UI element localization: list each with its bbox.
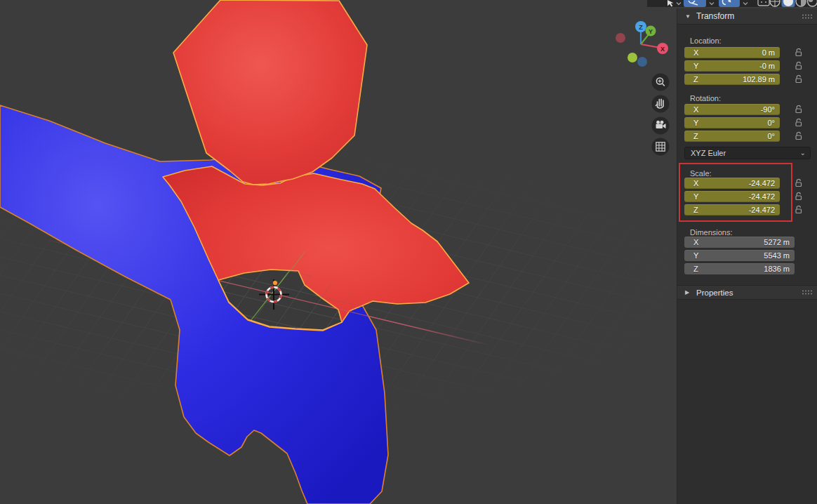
rotation-z-field[interactable]: Z 0° bbox=[684, 131, 780, 142]
chevron-down-icon: ⌄ bbox=[800, 152, 806, 154]
scale-x-lock-icon[interactable] bbox=[794, 178, 804, 188]
viewport-header-toolbar bbox=[647, 0, 817, 7]
disclosure-closed-icon[interactable]: ▶ bbox=[685, 289, 692, 296]
zoom-button[interactable] bbox=[652, 74, 670, 91]
scale-x-field[interactable]: X -24.472 bbox=[684, 178, 780, 189]
pan-hand-button[interactable] bbox=[652, 95, 670, 113]
dimensions-x-field[interactable]: X 5272 m bbox=[684, 237, 795, 248]
rotation-label: Rotation: bbox=[690, 94, 721, 102]
dimensions-label: Dimensions: bbox=[690, 228, 733, 237]
scale-y-field[interactable]: Y -24.472 bbox=[684, 191, 780, 202]
object-origin-dot[interactable] bbox=[272, 280, 277, 285]
location-z-field[interactable]: Z 102.89 m bbox=[684, 74, 780, 85]
panel-title: Transform bbox=[696, 11, 734, 21]
camera-view-button[interactable] bbox=[652, 117, 670, 135]
rotation-x-lock-icon[interactable] bbox=[794, 105, 804, 114]
scale-label: Scale: bbox=[690, 169, 712, 178]
transform-sidebar-panel: ▼ Transform Location: X 0 m Y -0 m Z 102… bbox=[677, 8, 817, 504]
gizmo-x-label: X bbox=[660, 46, 665, 53]
dimensions-z-field[interactable]: Z 1836 m bbox=[684, 263, 795, 274]
location-y-field[interactable]: Y -0 m bbox=[684, 60, 780, 72]
gizmo-axis-neg-x[interactable] bbox=[616, 33, 625, 43]
scale-z-lock-icon[interactable] bbox=[794, 205, 804, 215]
rotation-z-lock-icon[interactable] bbox=[794, 131, 804, 141]
properties-title: Properties bbox=[696, 289, 733, 297]
rotation-x-field[interactable]: X -90° bbox=[684, 104, 780, 115]
gizmo-axis-neg-y[interactable] bbox=[627, 53, 637, 62]
gizmo-y-label: Y bbox=[649, 28, 653, 35]
blender-window: Z Y X bbox=[0, 0, 817, 504]
rotation-y-field[interactable]: Y 0° bbox=[684, 117, 780, 128]
properties-panel-header[interactable]: ▶ Properties bbox=[677, 285, 817, 300]
dimensions-y-field[interactable]: Y 5543 m bbox=[684, 250, 795, 261]
location-x-field[interactable]: X 0 m bbox=[684, 47, 780, 58]
location-label: Location: bbox=[690, 37, 722, 45]
scale-y-lock-icon[interactable] bbox=[794, 192, 804, 201]
toggle-grid-button[interactable] bbox=[652, 138, 670, 156]
gizmo-axis-neg-z[interactable] bbox=[637, 57, 647, 67]
panel-grip-icon[interactable] bbox=[802, 13, 812, 20]
location-x-lock-icon[interactable] bbox=[794, 48, 804, 58]
location-z-lock-icon[interactable] bbox=[794, 74, 804, 84]
gizmo-z-label: Z bbox=[639, 24, 643, 31]
disclosure-open-icon[interactable]: ▼ bbox=[685, 13, 692, 20]
transform-panel-header[interactable]: ▼ Transform bbox=[677, 8, 817, 25]
rotation-mode-dropdown[interactable]: XYZ Euler ⌄ bbox=[684, 147, 811, 159]
scale-z-field[interactable]: Z -24.472 bbox=[684, 204, 780, 215]
location-y-lock-icon[interactable] bbox=[794, 61, 804, 71]
rotation-y-lock-icon[interactable] bbox=[794, 118, 804, 128]
properties-grip-icon[interactable] bbox=[802, 289, 812, 296]
shading-solid-icon[interactable] bbox=[782, 0, 795, 7]
